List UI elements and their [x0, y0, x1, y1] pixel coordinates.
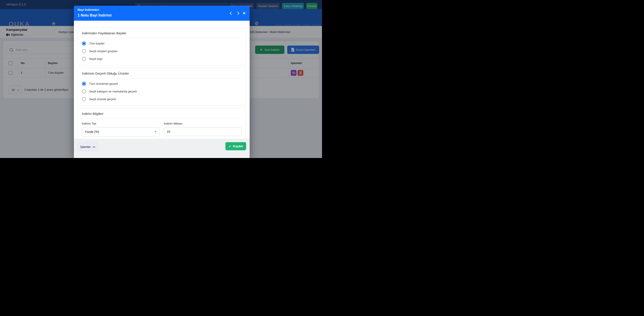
section-divider: [82, 38, 242, 38]
modal-title: 1 Nolu Bayi İndirimi: [78, 13, 112, 17]
radio-label: Seçili üründe geçerli: [89, 98, 116, 101]
section-title: İndirimin Geçerli Olduğu Ürünler: [82, 72, 242, 75]
radio-icon[interactable]: [82, 97, 86, 101]
radio-label: Seçili kategori ve markalarda geçerli: [89, 90, 137, 93]
radio-icon[interactable]: [82, 89, 86, 94]
discount-type-select[interactable]: Yüzde (%): [82, 127, 160, 136]
caret-down-icon: [154, 131, 156, 132]
discount-amount-label: İndirim Miktarı: [164, 122, 242, 125]
modal-nav: ✕: [230, 12, 246, 15]
discount-type-value: Yüzde (%): [85, 130, 99, 134]
section-divider: [82, 78, 242, 78]
save-button[interactable]: ✓ Kaydet: [226, 142, 246, 150]
section-valid-products: İndirimin Geçerli Olduğu Ürünler Tüm ürü…: [78, 68, 246, 106]
close-icon[interactable]: ✕: [242, 12, 246, 15]
chevron-up-icon: [92, 146, 96, 149]
actions-dropdown-button[interactable]: İşlemler: [78, 143, 98, 151]
dealer-discount-modal: Bayi İndirimleri 1 Nolu Bayi İndirimi ✕ …: [74, 6, 250, 158]
section-divider: [82, 118, 242, 119]
app-screen: Versiyon 5.1.0 Siteyi Görüntüle Destek S…: [0, 0, 322, 158]
radio-checked-icon[interactable]: [82, 41, 86, 46]
radio-label: Seçili müşteri grupları: [89, 50, 118, 53]
checkmark-icon: ✓: [229, 145, 232, 148]
section-title: İndirim Bilgileri: [82, 112, 242, 116]
radio-label: Tüm bayiler: [89, 42, 105, 45]
radio-option[interactable]: Seçili bayi: [82, 56, 242, 61]
radio-icon[interactable]: [82, 57, 86, 61]
discount-type-field: İndirim Tipi Yüzde (%): [82, 122, 160, 136]
radio-checked-icon[interactable]: [82, 82, 86, 86]
radio-icon[interactable]: [82, 49, 86, 53]
chevron-right-icon[interactable]: [236, 12, 239, 15]
radio-option[interactable]: Tüm ürünlerde geçerli: [82, 81, 242, 86]
discount-fields: İndirim Tipi Yüzde (%) İndirim Miktarı: [82, 122, 242, 136]
radio-option[interactable]: Seçili kategori ve markalarda geçerli: [82, 89, 242, 94]
discount-amount-field: İndirim Miktarı: [164, 122, 242, 136]
section-beneficiary-dealers: İndirimden Faydalanan Bayiler Tüm bayile…: [78, 27, 246, 65]
discount-type-label: İndirim Tipi: [82, 122, 160, 125]
radio-label: Seçili bayi: [89, 57, 102, 61]
modal-footer: İşlemler ✓ Kaydet: [74, 139, 250, 158]
radio-option[interactable]: Tüm bayiler: [82, 41, 242, 46]
radio-label: Tüm ürünlerde geçerli: [89, 82, 118, 85]
radio-option[interactable]: Seçili müşteri grupları: [82, 49, 242, 54]
chevron-left-icon[interactable]: [230, 12, 233, 15]
radio-option[interactable]: Seçili üründe geçerli: [82, 97, 242, 101]
section-title: İndirimden Faydalanan Bayiler: [82, 31, 242, 35]
modal-eyebrow: Bayi İndirimleri: [78, 8, 99, 12]
section-discount-info: İndirim Bilgileri İndirim Tipi Yüzde (%)…: [78, 108, 246, 139]
discount-amount-input[interactable]: [164, 127, 242, 136]
actions-label: İşlemler: [80, 145, 90, 149]
modal-header: Bayi İndirimleri 1 Nolu Bayi İndirimi ✕: [74, 6, 250, 21]
modal-body: İndirimden Faydalanan Bayiler Tüm bayile…: [74, 21, 250, 139]
save-label: Kaydet: [233, 145, 243, 148]
